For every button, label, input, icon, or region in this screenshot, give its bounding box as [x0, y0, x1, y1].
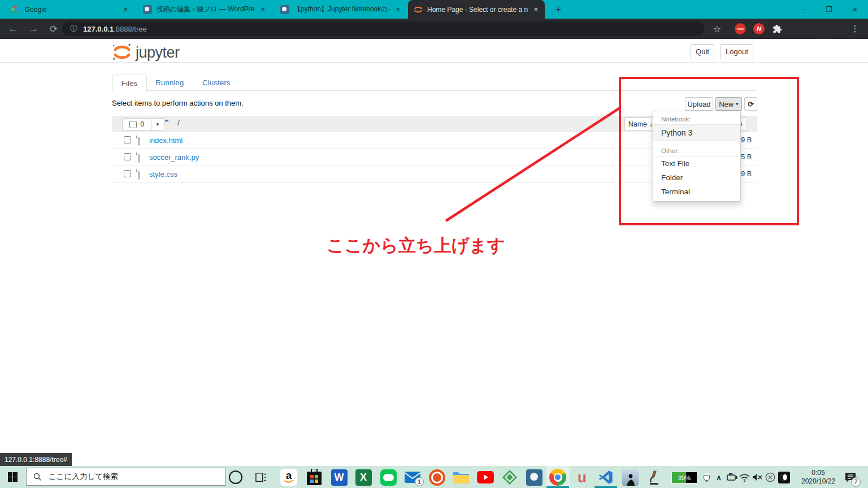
- reload-icon[interactable]: ⟳: [45, 19, 62, 39]
- file-icon: [138, 152, 140, 163]
- logout-button[interactable]: Logout: [721, 44, 753, 59]
- tab-python-article[interactable]: 【python】Jupyter Notebookのイン ×: [275, 0, 407, 19]
- file-icon: [138, 169, 140, 180]
- browser-tab-strip: Google × 投稿の編集 ‹ 独プロ — WordPress × 【pyth…: [0, 0, 868, 19]
- menu-dots-icon[interactable]: ⋮: [847, 19, 863, 39]
- tab-running[interactable]: Running: [155, 79, 184, 87]
- select-all-checkbox[interactable]: [129, 121, 137, 128]
- menu-item-python3[interactable]: Python 3: [653, 125, 740, 141]
- taskbar-search-input[interactable]: ここに入力して検索: [26, 468, 226, 486]
- jupyter-logo[interactable]: jupyter: [112, 43, 180, 62]
- tab-separator: [136, 5, 136, 14]
- line-icon[interactable]: [379, 468, 397, 486]
- file-link[interactable]: style.css: [149, 170, 177, 178]
- window-minimize-button[interactable]: –: [790, 0, 816, 19]
- tab-title: 【python】Jupyter Notebookのイン: [294, 5, 390, 14]
- url-host: 127.0.0.1: [83, 25, 114, 33]
- volume-muted-icon[interactable]: [751, 471, 763, 483]
- action-center-icon[interactable]: 7: [844, 471, 857, 483]
- breadcrumb[interactable]: /: [177, 119, 180, 127]
- forward-icon[interactable]: →: [25, 19, 42, 39]
- start-button-icon[interactable]: [8, 472, 18, 484]
- clock-date: 2020/10/22: [792, 477, 844, 486]
- row-checkbox[interactable]: [124, 170, 131, 177]
- ime-icon[interactable]: [778, 471, 790, 483]
- mail-badge: 1: [415, 477, 424, 486]
- quit-button[interactable]: Quit: [691, 44, 714, 59]
- menu-header-notebook: Notebook:: [653, 114, 740, 125]
- cortana-icon[interactable]: [227, 468, 245, 486]
- browser-toolbar: ← → ⟳ ⓘ 127.0.0.1:8888/tree ☆ YAB N 充 一時…: [0, 19, 868, 39]
- extensions-puzzle-icon[interactable]: [769, 19, 785, 39]
- tab-close-icon[interactable]: ×: [259, 5, 266, 14]
- file-link[interactable]: soccer_rank.py: [149, 153, 199, 162]
- tab-title: Google: [25, 6, 118, 14]
- extension-yab-icon[interactable]: YAB: [735, 23, 746, 34]
- green-diamond-app-icon[interactable]: [501, 468, 519, 486]
- extension-icon[interactable]: N: [753, 23, 765, 34]
- tab-clusters[interactable]: Clusters: [202, 79, 231, 87]
- status-bar-url: 127.0.0.1:8888/tree#: [0, 453, 72, 466]
- tab-wordpress[interactable]: 投稿の編集 ‹ 独プロ — WordPress ×: [137, 0, 272, 19]
- desktop-screen: Google × 投稿の編集 ‹ 独プロ — WordPress × 【pyth…: [0, 0, 868, 488]
- microscope-app-icon[interactable]: [645, 468, 663, 486]
- file-explorer-icon[interactable]: [452, 468, 470, 486]
- file-icon: [138, 135, 140, 146]
- sort-name-button[interactable]: Name ↓: [624, 117, 657, 131]
- taskbar-clock[interactable]: 0:05 2020/10/22: [792, 469, 844, 486]
- google-icon: [11, 5, 20, 14]
- site-favicon-icon: [280, 5, 289, 14]
- tab-jupyter-home[interactable]: Home Page - Select or create a n ×: [408, 0, 545, 19]
- tab-close-icon[interactable]: ×: [532, 5, 539, 14]
- battery-percent: 39%: [672, 474, 697, 481]
- tablet-pen-icon[interactable]: [726, 471, 738, 483]
- chrome-icon[interactable]: [549, 468, 567, 486]
- menu-item-text-file[interactable]: Text File: [653, 156, 740, 171]
- tray-chevron-up-icon[interactable]: ∧: [713, 471, 725, 483]
- udemy-icon[interactable]: u: [573, 468, 591, 486]
- select-all-group: 0 ▾: [122, 118, 164, 130]
- back-icon[interactable]: ←: [5, 19, 21, 39]
- amazon-icon[interactable]: a: [280, 468, 298, 486]
- header-divider: [0, 62, 868, 63]
- word-icon[interactable]: W: [330, 468, 348, 486]
- file-link[interactable]: index.html: [149, 136, 183, 145]
- tab-close-icon[interactable]: ×: [394, 5, 401, 14]
- menu-item-folder[interactable]: Folder: [653, 171, 740, 185]
- refresh-button[interactable]: ⟳: [744, 97, 757, 111]
- tab-google[interactable]: Google ×: [6, 0, 134, 19]
- row-checkbox[interactable]: [124, 136, 131, 143]
- select-all-checkbox-button[interactable]: 0: [122, 118, 151, 130]
- microsoft-store-icon[interactable]: [305, 468, 323, 486]
- mail-icon[interactable]: 1: [403, 468, 422, 486]
- battery-indicator[interactable]: 39%: [671, 472, 697, 483]
- select-dropdown-toggle[interactable]: ▾: [151, 118, 164, 130]
- tabs-underline: [112, 90, 757, 91]
- blog-app-icon[interactable]: [525, 468, 543, 486]
- wifi-icon[interactable]: [738, 471, 750, 483]
- vscode-icon[interactable]: [597, 468, 615, 486]
- clock-time: 0:05: [792, 469, 844, 477]
- info-icon[interactable]: ⓘ: [70, 24, 77, 34]
- bookmark-star-icon[interactable]: ☆: [709, 19, 726, 39]
- power-plug-icon[interactable]: [700, 471, 713, 483]
- ubuntu-icon[interactable]: [428, 468, 446, 486]
- new-tab-button[interactable]: +: [551, 2, 566, 17]
- kindle-icon[interactable]: [621, 468, 639, 486]
- hint-text: Select items to perform actions on them.: [112, 99, 244, 107]
- new-dropdown-button[interactable]: New ▾: [715, 97, 742, 111]
- window-close-button[interactable]: ×: [842, 0, 868, 19]
- caret-down-icon: ▾: [736, 101, 739, 107]
- youtube-icon[interactable]: [476, 468, 494, 486]
- menu-item-terminal[interactable]: Terminal: [653, 185, 740, 199]
- upload-button[interactable]: Upload: [685, 97, 713, 111]
- address-bar[interactable]: ⓘ 127.0.0.1:8888/tree: [62, 21, 704, 36]
- tab-close-icon[interactable]: ×: [122, 5, 129, 14]
- row-checkbox[interactable]: [124, 153, 131, 160]
- tab-files[interactable]: Files: [112, 75, 147, 92]
- sync-error-icon[interactable]: [764, 471, 776, 483]
- excel-icon[interactable]: X: [354, 468, 372, 486]
- task-view-icon[interactable]: [252, 468, 270, 486]
- window-restore-button[interactable]: ❐: [816, 0, 842, 19]
- search-placeholder: ここに入力して検索: [49, 472, 118, 482]
